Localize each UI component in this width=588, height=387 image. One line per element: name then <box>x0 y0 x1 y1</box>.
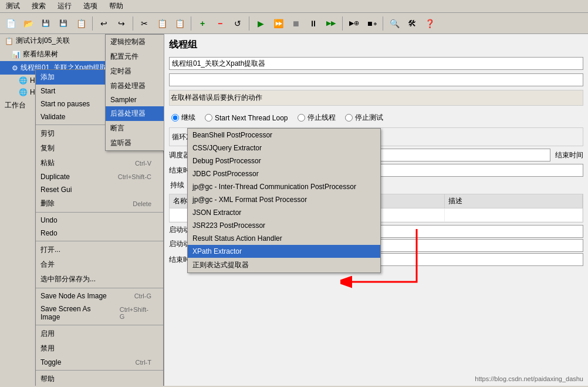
post-xml[interactable]: jp@gc - XML Format Post Processor <box>188 193 380 206</box>
context-paste[interactable]: 粘贴 Ctrl-V <box>36 156 163 170</box>
context-duplicate[interactable]: Duplicate Ctrl+Shift-C <box>36 170 163 183</box>
sep-e <box>36 325 163 325</box>
save-button[interactable]: 💾 <box>38 15 54 32</box>
undo-button[interactable]: ↩ <box>96 15 112 32</box>
submenu-preproc-label: 前器处理器 <box>110 81 146 91</box>
sep-d <box>36 288 163 288</box>
context-disable-label: 禁用 <box>40 344 55 354</box>
post-xpath[interactable]: XPath Extractor <box>188 245 380 258</box>
watermark: https://blog.csdn.net/paidaxing_dashu <box>475 375 583 382</box>
paste-button[interactable]: 📋 <box>171 15 188 32</box>
context-toggle[interactable]: Toggle Ctrl-T <box>36 356 163 369</box>
post-result-status[interactable]: Result Status Action Handler <box>188 232 380 245</box>
submenu-post: BeanShell PostProcessor CSS/JQuery Extra… <box>187 128 381 273</box>
save-as-button[interactable]: 📋 <box>73 15 89 32</box>
menu-run[interactable]: 运行 <box>54 0 75 12</box>
tools-button[interactable]: 🛠 <box>404 15 420 32</box>
radio-next-loop-input[interactable] <box>205 114 212 122</box>
menu-search[interactable]: 搜索 <box>28 0 49 12</box>
submenu-timer-label: 定时器 <box>110 66 131 76</box>
radio-next-loop[interactable]: Start Next Thread Loop <box>205 114 288 122</box>
radio-continue-input[interactable] <box>171 114 179 122</box>
zoom-button[interactable]: 🔍 <box>386 15 403 32</box>
sep3 <box>191 16 191 31</box>
sidebar: 📋 测试计划05_关联 📊 察看结果树 ⚙ 线程组01_关联之Xpath提取器 … <box>0 34 164 386</box>
open-button[interactable]: 📂 <box>20 15 36 32</box>
context-open-label: 打开... <box>40 245 60 255</box>
context-redo-label: Redo <box>40 229 58 237</box>
context-enable[interactable]: 启用 <box>36 327 163 341</box>
menu-options[interactable]: 选项 <box>80 0 101 12</box>
submenu-add-timer[interactable]: 定时器 <box>106 64 164 79</box>
radio-continue-label: 继续 <box>181 113 195 123</box>
post-json[interactable]: JSON Extractor <box>188 206 380 219</box>
context-save-screen-image[interactable]: Save Screen As Image Ctrl+Shift-G <box>36 302 163 324</box>
shutdown-button[interactable]: ⏸ <box>305 15 322 32</box>
context-help[interactable]: 帮助 <box>36 372 163 386</box>
submenu-add-postproc[interactable]: 后器处理器 <box>106 106 164 121</box>
help-btn[interactable]: ❓ <box>421 15 438 32</box>
context-saveas[interactable]: 选中部分保存为... <box>36 272 163 287</box>
clear-button[interactable]: ↺ <box>229 15 246 32</box>
run-nopause-button[interactable]: ⏩ <box>270 15 286 32</box>
submenu-add-assert[interactable]: 断言 <box>106 121 164 136</box>
context-paste-label: 粘贴 <box>40 158 55 168</box>
post-jsr223[interactable]: JSR223 PostProcessor <box>188 219 380 232</box>
redo-button[interactable]: ↪ <box>113 15 130 32</box>
add-button[interactable]: + <box>194 15 211 32</box>
new-button[interactable]: 📄 <box>2 15 19 32</box>
end-time-label: 结束时间 <box>555 150 583 160</box>
radio-stop-thread-input[interactable] <box>298 114 305 122</box>
post-beanshell[interactable]: BeanShell PostProcessor <box>188 129 380 142</box>
post-jdbc[interactable]: JDBC PostProcessor <box>188 167 380 180</box>
save2-button[interactable]: 💾 <box>55 15 72 32</box>
context-undo[interactable]: Undo <box>36 214 163 227</box>
context-saveas-label: 选中部分保存为... <box>40 274 96 284</box>
submenu-add-listener[interactable]: 监听器 <box>106 136 164 150</box>
post-inter-thread[interactable]: jp@gc - Inter-Thread Communication PostP… <box>188 180 380 193</box>
context-disable[interactable]: 禁用 <box>36 341 163 356</box>
radio-stop-test[interactable]: 停止测试 <box>345 113 383 123</box>
context-help-label: 帮助 <box>40 374 55 384</box>
copy-button[interactable]: 📋 <box>154 15 170 32</box>
context-delete[interactable]: 删除 Delete <box>36 196 163 211</box>
context-start-label: Start <box>40 87 55 95</box>
radio-continue[interactable]: 继续 <box>171 113 195 123</box>
submenu-add-sampler[interactable]: Sampler <box>106 93 164 106</box>
context-merge-label: 合并 <box>40 260 55 270</box>
sep-b <box>36 212 163 213</box>
remove-button[interactable]: − <box>212 15 228 32</box>
cut-button[interactable]: ✂ <box>136 15 153 32</box>
post-regex[interactable]: 正则表达式提取器 <box>188 258 380 272</box>
context-resetgui[interactable]: Reset Gui <box>36 183 163 196</box>
results-icon: 📊 <box>12 51 21 59</box>
submenu-listener-label: 监听器 <box>110 138 131 148</box>
menu-help[interactable]: 帮助 <box>106 0 127 12</box>
remote-start-button[interactable]: ▶⊕ <box>346 15 362 32</box>
context-validate-label: Validate <box>40 113 65 121</box>
context-delete-label: 删除 <box>40 198 55 208</box>
context-cut-label: 剪切 <box>40 129 55 139</box>
context-open[interactable]: 打开... <box>36 243 163 257</box>
run-button[interactable]: ▶ <box>252 15 269 32</box>
post-css[interactable]: CSS/JQuery Extractor <box>188 142 380 154</box>
submenu-add-logic[interactable]: 逻辑控制器 <box>106 35 164 49</box>
post-debug[interactable]: Debug PostProcessor <box>188 154 380 167</box>
comment-input[interactable] <box>169 73 583 86</box>
radio-stop-thread[interactable]: 停止线程 <box>298 113 336 123</box>
context-save-node-image[interactable]: Save Node As Image Ctrl-G <box>36 290 163 302</box>
submenu-add-preproc[interactable]: 前器处理器 <box>106 79 164 93</box>
stop-button[interactable]: ⏹ <box>288 15 304 32</box>
name-input[interactable] <box>169 57 583 70</box>
context-merge[interactable]: 合并 <box>36 257 163 272</box>
context-delete-shortcut: Delete <box>133 200 151 207</box>
radio-stop-test-input[interactable] <box>345 114 353 122</box>
context-redo[interactable]: Redo <box>36 227 163 240</box>
context-resetgui-label: Reset Gui <box>40 186 72 194</box>
menu-test[interactable]: 测试 <box>2 0 23 12</box>
run-fragment-button[interactable]: ▶▶ <box>323 15 339 32</box>
context-start-nopause-label: Start no pauses <box>40 100 90 108</box>
toolbar: 📄 📂 💾 💾 📋 ↩ ↪ ✂ 📋 📋 + − ↺ ▶ ⏩ ⏹ ⏸ ▶▶ ▶⊕ … <box>0 13 588 34</box>
remote-stop-button[interactable]: ⏹⊕ <box>363 15 380 32</box>
submenu-add-config[interactable]: 配置元件 <box>106 49 164 64</box>
